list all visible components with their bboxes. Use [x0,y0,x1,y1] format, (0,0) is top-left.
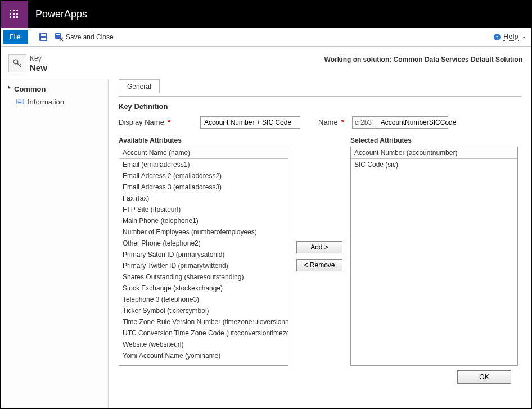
selected-list[interactable]: Account Number (accountnumber)SIC Code (… [350,147,518,366]
svg-rect-11 [41,38,46,40]
content: General Key Definition Display Name* Nam… [109,79,531,408]
list-item[interactable]: Ticker Symbol (tickersymbol) [119,305,288,316]
section-title: Key Definition [119,102,521,111]
available-column: Available Attributes Account Name (name)… [119,137,288,366]
title-bar: PowerApps [1,1,531,28]
svg-rect-1 [13,10,15,11]
save-icon [39,33,48,42]
add-button[interactable]: Add > [296,241,342,253]
display-name-input[interactable] [200,116,300,129]
svg-rect-19 [18,102,21,103]
list-item[interactable]: UTC Conversion Time Zone Code (utcconver… [119,328,288,339]
sidebar-item-information[interactable]: Information [1,96,108,108]
footer: OK [119,366,521,384]
list-item[interactable]: Fax (fax) [119,193,288,204]
required-indicator: * [341,118,344,126]
list-item[interactable]: Yomi Account Name (yominame) [119,350,288,361]
list-item[interactable]: Primary Satori ID (primarysatoriid) [119,249,288,260]
name-label: Name* [318,118,352,126]
list-item[interactable]: Primary Twitter ID (primarytwitterid) [119,260,288,271]
selected-label: Selected Attributes [350,137,518,144]
svg-rect-18 [18,101,23,102]
ribbon: File Save and Close ? Help [1,28,531,47]
svg-rect-6 [10,16,11,18]
required-indicator: * [168,118,170,126]
svg-rect-10 [41,34,46,36]
list-item[interactable]: Number of Employees (numberofemployees) [119,226,288,238]
app-title: PowerApps [28,1,87,28]
name-input[interactable] [378,117,467,128]
save-and-close-label: Save and Close [66,33,114,41]
tab-divider [119,96,521,97]
save-and-close-icon [55,33,64,42]
list-item[interactable]: Website (websiteurl) [119,339,288,350]
entity-key-icon [8,54,26,72]
svg-rect-3 [10,13,11,15]
page-title-group: Key New [30,54,47,74]
remove-button[interactable]: < Remove [296,259,342,271]
list-item[interactable]: SIC Code (sic) [351,159,517,170]
help-icon: ? [493,33,501,41]
waffle-icon [10,10,19,19]
svg-rect-5 [16,13,18,15]
svg-rect-17 [17,99,24,104]
list-item[interactable]: Other Phone (telephone2) [119,238,288,249]
app-launcher-button[interactable] [1,1,28,28]
sidebar-section-common[interactable]: Common [1,83,108,96]
list-item[interactable]: Main Phone (telephone1) [119,215,288,226]
list-item[interactable]: Email Address 2 (emailaddress2) [119,170,288,181]
tabs: General [119,79,521,93]
list-item[interactable]: Account Number (accountnumber) [351,147,517,159]
transfer-buttons: Add > < Remove [296,137,342,366]
information-icon [16,98,24,106]
available-list[interactable]: Account Name (name)Email (emailaddress1)… [119,147,288,366]
tab-general[interactable]: General [119,79,160,93]
list-item[interactable]: Telephone 3 (telephone3) [119,294,288,305]
svg-text:?: ? [496,34,499,40]
help-menu[interactable]: ? Help [493,33,531,41]
svg-rect-2 [16,10,18,11]
page-header: Key New Working on solution: Common Data… [1,47,531,79]
solution-context: Working on solution: Common Data Service… [324,54,522,63]
list-item[interactable]: Stock Exchange (stockexchange) [119,283,288,294]
list-item[interactable]: Time Zone Rule Version Number (timezoner… [119,316,288,328]
record-name: New [30,63,47,74]
sidebar: Common Information [1,79,109,408]
selected-column: Selected Attributes Account Number (acco… [350,137,518,366]
display-name-row: Display Name* Name* cr2b3_ [119,116,521,129]
name-prefix: cr2b3_ [353,117,378,128]
window: PowerApps File Save and Close ? Help Key… [0,0,532,409]
list-item[interactable]: Shares Outstanding (sharesoutstanding) [119,271,288,283]
entity-label: Key [30,54,47,63]
save-button[interactable] [35,31,51,43]
list-item[interactable]: FTP Site (ftpsiteurl) [119,204,288,215]
body: Common Information General Key Definitio… [1,79,531,408]
svg-rect-8 [16,16,18,18]
svg-rect-13 [56,34,60,35]
available-label: Available Attributes [119,137,288,144]
list-item[interactable]: Email Address 3 (emailaddress3) [119,181,288,193]
svg-rect-7 [13,16,15,18]
list-item[interactable]: Account Name (name) [119,147,288,159]
display-name-label: Display Name* [119,118,200,126]
save-and-close-button[interactable]: Save and Close [51,31,117,43]
svg-rect-0 [10,10,11,11]
list-item[interactable]: Email (emailaddress1) [119,159,288,170]
attribute-lists: Available Attributes Account Name (name)… [119,137,521,366]
svg-rect-4 [13,13,15,15]
name-field: cr2b3_ [352,116,448,129]
sidebar-item-label: Information [28,98,64,106]
file-menu-button[interactable]: File [3,30,28,44]
help-label: Help [503,33,519,41]
ok-button[interactable]: OK [457,370,511,384]
